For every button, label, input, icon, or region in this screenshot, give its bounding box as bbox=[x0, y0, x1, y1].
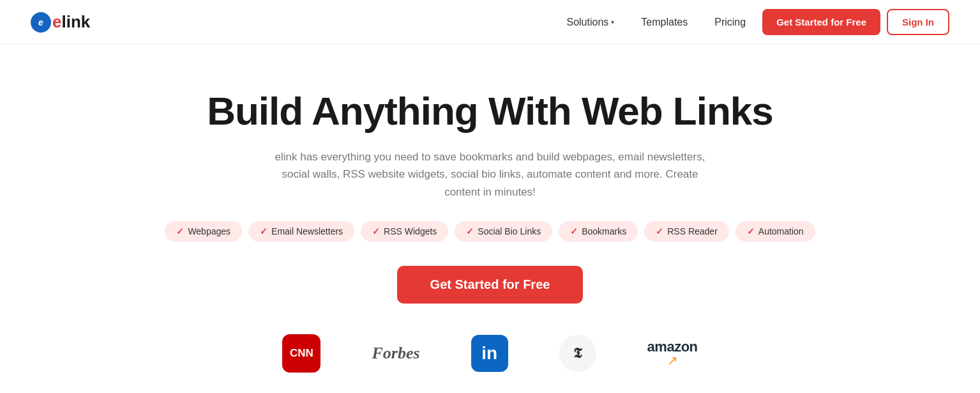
check-icon: ✓ bbox=[747, 226, 755, 236]
check-icon: ✓ bbox=[466, 226, 474, 236]
pricing-label: Pricing bbox=[714, 17, 746, 28]
nav-get-started-button[interactable]: Get Started for Free bbox=[762, 9, 880, 35]
templates-label: Templates bbox=[641, 17, 688, 28]
check-icon: ✓ bbox=[176, 226, 184, 236]
tag-rss-reader: ✓ RSS Reader bbox=[644, 221, 729, 242]
check-icon: ✓ bbox=[372, 226, 380, 236]
solutions-label: Solutions bbox=[566, 17, 608, 28]
nav-links: Solutions ▾ Templates Pricing Get Starte… bbox=[556, 9, 949, 35]
amazon-arrow-icon: ↗ bbox=[667, 353, 678, 368]
tag-email-newsletters: ✓ Email Newsletters bbox=[248, 221, 354, 242]
forbes-logo: Forbes bbox=[372, 344, 419, 363]
logo-icon: e bbox=[31, 12, 51, 33]
cnn-logo: CNN bbox=[282, 334, 320, 373]
check-icon: ✓ bbox=[260, 226, 268, 236]
logo[interactable]: e elink bbox=[31, 12, 90, 33]
nav-solutions[interactable]: Solutions ▾ bbox=[556, 12, 624, 33]
nav-templates[interactable]: Templates bbox=[631, 12, 698, 33]
linkedin-logo: in bbox=[471, 335, 508, 372]
tag-label: RSS Widgets bbox=[384, 226, 437, 236]
check-icon: ✓ bbox=[570, 226, 578, 236]
tag-webpages: ✓ Webpages bbox=[165, 221, 242, 242]
hero-section: Build Anything With Web Links elink has … bbox=[0, 45, 980, 392]
tag-social-bio-links: ✓ Social Bio Links bbox=[455, 221, 552, 242]
nyt-logo: 𝕿 bbox=[559, 335, 596, 372]
partner-logos: CNN Forbes in 𝕿 amazon ↗ bbox=[13, 334, 967, 373]
hero-title: Build Anything With Web Links bbox=[13, 89, 967, 133]
chevron-down-icon: ▾ bbox=[611, 19, 614, 26]
tag-label: RSS Reader bbox=[667, 226, 718, 236]
tag-rss-widgets: ✓ RSS Widgets bbox=[361, 221, 448, 242]
tag-bookmarks: ✓ Bookmarks bbox=[559, 221, 638, 242]
navigation: e elink Solutions ▾ Templates Pricing Ge… bbox=[0, 0, 980, 45]
tag-label: Bookmarks bbox=[582, 226, 626, 236]
check-icon: ✓ bbox=[656, 226, 663, 236]
tag-label: Email Newsletters bbox=[271, 226, 343, 236]
tag-label: Automation bbox=[758, 226, 804, 236]
tag-label: Social Bio Links bbox=[478, 226, 541, 236]
hero-get-started-button[interactable]: Get Started for Free bbox=[397, 266, 584, 304]
tag-automation: ✓ Automation bbox=[735, 221, 815, 242]
logo-text: elink bbox=[52, 12, 90, 32]
hero-subtitle: elink has everything you need to save bo… bbox=[267, 148, 714, 201]
amazon-logo: amazon ↗ bbox=[647, 339, 698, 368]
tag-label: Webpages bbox=[188, 226, 230, 236]
feature-tags: ✓ Webpages ✓ Email Newsletters ✓ RSS Wid… bbox=[13, 221, 967, 242]
nav-pricing[interactable]: Pricing bbox=[704, 12, 756, 33]
nav-sign-in-button[interactable]: Sign In bbox=[887, 9, 949, 35]
